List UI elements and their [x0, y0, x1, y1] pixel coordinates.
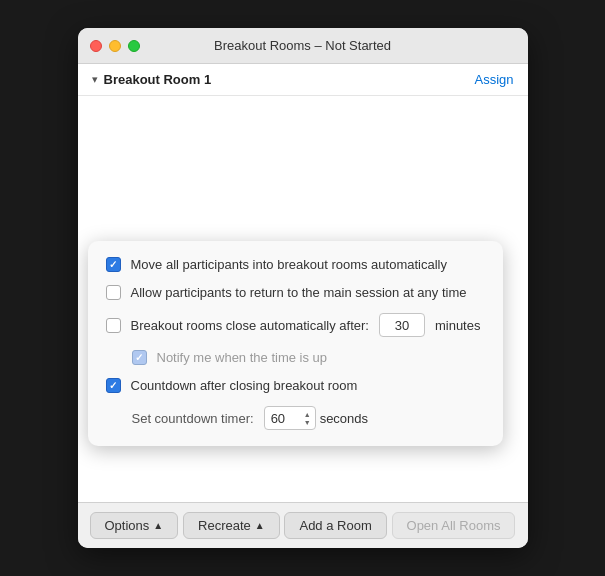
spinner-down-icon[interactable]: ▼	[304, 419, 311, 426]
chevron-up-icon: ▲	[153, 520, 163, 531]
notify-label: Notify me when the time is up	[157, 350, 328, 365]
move-auto-checkbox[interactable]	[106, 257, 121, 272]
move-auto-label: Move all participants into breakout room…	[131, 257, 447, 272]
room-name: Breakout Room 1	[104, 72, 212, 87]
add-room-button[interactable]: Add a Room	[284, 512, 386, 539]
close-button[interactable]	[90, 40, 102, 52]
minutes-label: minutes	[435, 318, 481, 333]
toolbar: Options ▲ Recreate ▲ Add a Room Open All…	[78, 502, 528, 548]
recreate-chevron-icon: ▲	[255, 520, 265, 531]
minimize-button[interactable]	[109, 40, 121, 52]
breakout-rooms-window: Breakout Rooms – Not Started ▾ Breakout …	[78, 28, 528, 548]
options-label: Options	[105, 518, 150, 533]
window-title: Breakout Rooms – Not Started	[214, 38, 391, 53]
allow-return-option: Allow participants to return to the main…	[106, 285, 485, 300]
add-room-label: Add a Room	[299, 518, 371, 533]
room-row: ▾ Breakout Room 1 Assign	[78, 64, 528, 96]
spinner-arrows: ▲ ▼	[304, 406, 311, 430]
options-popup: Move all participants into breakout room…	[88, 241, 503, 446]
open-all-button: Open All Rooms	[392, 512, 516, 539]
recreate-button[interactable]: Recreate ▲	[183, 512, 280, 539]
countdown-checkbox[interactable]	[106, 378, 121, 393]
window-controls	[90, 40, 140, 52]
timer-value: 60	[271, 411, 285, 426]
allow-return-label: Allow participants to return to the main…	[131, 285, 467, 300]
titlebar: Breakout Rooms – Not Started	[78, 28, 528, 64]
seconds-label: seconds	[320, 411, 368, 426]
spinner-up-icon[interactable]: ▲	[304, 411, 311, 418]
countdown-label: Countdown after closing breakout room	[131, 378, 358, 393]
move-auto-option: Move all participants into breakout room…	[106, 257, 485, 272]
assign-button[interactable]: Assign	[474, 72, 513, 87]
notify-option: Notify me when the time is up	[106, 350, 485, 365]
close-auto-label: Breakout rooms close automatically after…	[131, 318, 369, 333]
allow-return-checkbox[interactable]	[106, 285, 121, 300]
close-auto-checkbox[interactable]	[106, 318, 121, 333]
close-minutes-input[interactable]	[379, 313, 425, 337]
countdown-option: Countdown after closing breakout room	[106, 378, 485, 393]
timer-row: Set countdown timer: 60 ▲ ▼ seconds	[106, 406, 485, 430]
notify-checkbox	[132, 350, 147, 365]
timer-spinner[interactable]: 60 ▲ ▼	[264, 406, 316, 430]
room-content: ▾ Breakout Room 1 Assign Move all partic…	[78, 64, 528, 502]
chevron-down-icon: ▾	[92, 73, 98, 86]
options-button[interactable]: Options ▲	[90, 512, 179, 539]
open-all-label: Open All Rooms	[407, 518, 501, 533]
recreate-label: Recreate	[198, 518, 251, 533]
set-timer-label: Set countdown timer:	[132, 411, 254, 426]
close-auto-option: Breakout rooms close automatically after…	[106, 313, 485, 337]
maximize-button[interactable]	[128, 40, 140, 52]
